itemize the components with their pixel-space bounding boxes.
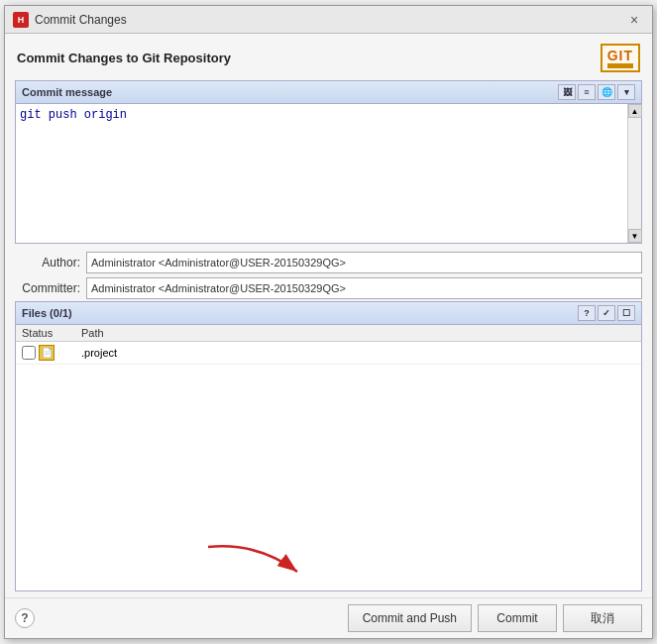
help-button[interactable]: ? bbox=[15, 608, 35, 628]
scroll-up-arrow[interactable]: ▲ bbox=[628, 104, 642, 118]
file-status-cell: 📄 bbox=[16, 342, 75, 365]
author-row: Author: bbox=[15, 252, 642, 273]
table-row: 📄 .project bbox=[16, 342, 641, 365]
icon-globe[interactable]: 🌐 bbox=[598, 84, 615, 100]
files-label: Files (0/1) bbox=[22, 307, 72, 319]
files-header-icons: ? ✓ ☐ bbox=[578, 305, 635, 321]
icon-list[interactable]: ≡ bbox=[578, 84, 596, 100]
files-help-icon[interactable]: ? bbox=[578, 305, 596, 321]
app-icon: H bbox=[13, 12, 29, 28]
commit-message-wrapper: git push origin ▲ ▼ bbox=[16, 104, 641, 243]
col-status: Status bbox=[16, 325, 75, 342]
file-path: .project bbox=[81, 347, 117, 359]
dialog-title: Commit Changes to Git Repository bbox=[17, 51, 231, 65]
title-bar: H Commit Changes × bbox=[5, 6, 652, 34]
commit-message-section: Commit message 🖼 ≡ 🌐 ▾ git push origin ▲… bbox=[15, 80, 642, 244]
commit-message-label: Commit message bbox=[22, 86, 112, 98]
file-checkbox[interactable] bbox=[22, 346, 36, 360]
commit-button[interactable]: Commit bbox=[478, 604, 557, 632]
files-uncheck-icon[interactable]: ☐ bbox=[617, 305, 635, 321]
icon-dropdown[interactable]: ▾ bbox=[617, 84, 635, 100]
files-content: Status Path 📄 .project bbox=[16, 325, 641, 590]
commit-message-icons: 🖼 ≡ 🌐 ▾ bbox=[558, 84, 635, 100]
git-logo-bar bbox=[607, 63, 633, 68]
commit-and-push-button[interactable]: Commit and Push bbox=[348, 604, 472, 632]
commit-changes-dialog: H Commit Changes × Commit Changes to Git… bbox=[4, 5, 653, 639]
files-table-head: Status Path bbox=[16, 325, 641, 342]
files-table-body: 📄 .project bbox=[16, 342, 641, 365]
scroll-down-arrow[interactable]: ▼ bbox=[628, 229, 642, 243]
committer-row: Committer: bbox=[15, 277, 642, 299]
file-path-cell: .project bbox=[75, 342, 641, 365]
files-header: Files (0/1) ? ✓ ☐ bbox=[16, 302, 641, 325]
author-input[interactable] bbox=[86, 252, 642, 273]
commit-message-header: Commit message 🖼 ≡ 🌐 ▾ bbox=[16, 81, 641, 104]
author-label: Author: bbox=[15, 256, 86, 269]
git-logo-text: GIT bbox=[607, 48, 633, 63]
col-path: Path bbox=[75, 325, 641, 342]
footer: ? Commit and Push Commit 取消 bbox=[5, 597, 652, 638]
commit-message-input[interactable]: git push origin bbox=[16, 104, 627, 243]
committer-label: Committer: bbox=[15, 281, 86, 295]
files-section: Files (0/1) ? ✓ ☐ Status Path bbox=[15, 301, 642, 591]
close-button[interactable]: × bbox=[624, 11, 644, 29]
commit-message-scrollbar: ▲ ▼ bbox=[627, 104, 641, 243]
files-table: Status Path 📄 .project bbox=[16, 325, 641, 365]
cancel-button[interactable]: 取消 bbox=[563, 604, 642, 632]
committer-input[interactable] bbox=[86, 277, 642, 299]
icon-image[interactable]: 🖼 bbox=[558, 84, 576, 100]
title-bar-text: Commit Changes bbox=[35, 13, 624, 27]
dialog-header: Commit Changes to Git Repository GIT bbox=[5, 34, 652, 80]
files-check-icon[interactable]: ✓ bbox=[598, 305, 615, 321]
git-logo: GIT bbox=[601, 44, 640, 72]
file-type-icon: 📄 bbox=[39, 345, 55, 361]
